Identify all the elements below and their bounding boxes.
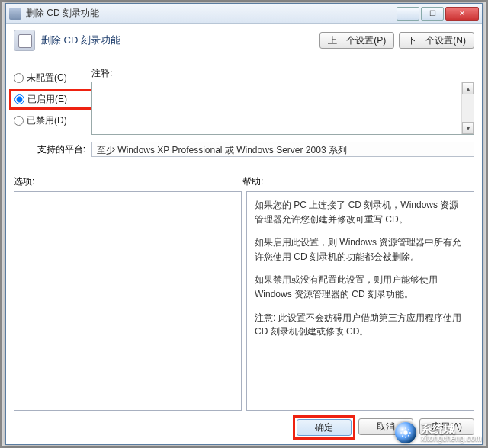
radio-not-configured-input[interactable] — [14, 73, 24, 83]
footer: 确定 取消 应用(A) — [14, 411, 474, 437]
radio-disabled-input[interactable] — [14, 116, 24, 126]
platform-label: 支持的平台: — [14, 143, 92, 156]
comment-textarea[interactable] — [92, 82, 474, 135]
apply-button[interactable]: 应用(A) — [419, 418, 474, 435]
prev-setting-button[interactable]: 上一个设置(P) — [319, 32, 394, 49]
help-p2: 如果启用此设置，则 Windows 资源管理器中所有允许您使用 CD 刻录机的功… — [255, 235, 466, 264]
comment-wrap: ▴ ▾ — [92, 82, 474, 137]
comment-label: 注释: — [92, 67, 474, 80]
radio-enabled-input[interactable] — [14, 94, 24, 104]
platform-row: 支持的平台: 至少 Windows XP Professional 或 Wind… — [14, 142, 474, 157]
options-pane — [14, 191, 242, 411]
radio-enabled-label: 已启用(E) — [27, 93, 67, 106]
comment-scrollbar[interactable]: ▴ ▾ — [461, 82, 474, 134]
section-labels: 选项: 帮助: — [14, 175, 474, 188]
options-label: 选项: — [14, 175, 242, 188]
ok-button[interactable]: 确定 — [297, 419, 352, 436]
help-label: 帮助: — [242, 175, 263, 188]
config-row: 未配置(C) 已启用(E) 已禁用(D) 注释: — [14, 67, 474, 137]
policy-title: 删除 CD 刻录功能 — [41, 34, 319, 47]
window-buttons: — ☐ ✕ — [395, 7, 479, 21]
next-setting-button[interactable]: 下一个设置(N) — [399, 32, 474, 49]
titlebar: 删除 CD 刻录功能 — ☐ ✕ — [6, 4, 482, 24]
help-p1: 如果您的 PC 上连接了 CD 刻录机，Windows 资源管理器允许您创建并修… — [255, 198, 466, 226]
help-p4: 注意: 此设置不会妨碍用户借助第三方应用程序使用 CD 刻录机创建或修改 CD。 — [255, 311, 466, 339]
policy-icon — [14, 30, 35, 51]
help-p3: 如果禁用或没有配置此设置，则用户能够使用 Windows 资源管理器的 CD 刻… — [255, 273, 466, 301]
highlight-enabled: 已启用(E) — [9, 89, 96, 110]
maximize-button[interactable]: ☐ — [421, 7, 444, 21]
minimize-button[interactable]: — — [396, 7, 419, 21]
scroll-up-icon[interactable]: ▴ — [462, 82, 474, 94]
dialog-window: 删除 CD 刻录功能 — ☐ ✕ 删除 CD 刻录功能 上一个设置(P) 下一个… — [5, 3, 483, 445]
radio-enabled[interactable]: 已启用(E) — [14, 93, 91, 106]
close-button[interactable]: ✕ — [445, 7, 479, 21]
content-area: 删除 CD 刻录功能 上一个设置(P) 下一个设置(N) 未配置(C) — [6, 24, 482, 444]
state-radios: 未配置(C) 已启用(E) 已禁用(D) — [14, 67, 92, 137]
window-title: 删除 CD 刻录功能 — [26, 7, 395, 20]
platform-value: 至少 Windows XP Professional 或 Windows Ser… — [92, 142, 474, 157]
outer-frame: 删除 CD 刻录功能 — ☐ ✕ 删除 CD 刻录功能 上一个设置(P) 下一个… — [0, 0, 488, 448]
divider — [14, 59, 474, 59]
radio-disabled[interactable]: 已禁用(D) — [14, 114, 92, 127]
comment-column: 注释: ▴ ▾ — [92, 67, 474, 137]
scroll-down-icon[interactable]: ▾ — [462, 122, 474, 134]
nav-buttons: 上一个设置(P) 下一个设置(N) — [319, 32, 474, 49]
radio-disabled-label: 已禁用(D) — [27, 114, 67, 127]
panes: 如果您的 PC 上连接了 CD 刻录机，Windows 资源管理器允许您创建并修… — [14, 191, 474, 411]
header-row: 删除 CD 刻录功能 上一个设置(P) 下一个设置(N) — [14, 30, 474, 51]
radio-not-configured[interactable]: 未配置(C) — [14, 72, 92, 85]
help-pane: 如果您的 PC 上连接了 CD 刻录机，Windows 资源管理器允许您创建并修… — [246, 191, 474, 411]
cancel-button[interactable]: 取消 — [358, 418, 413, 435]
highlight-ok: 确定 — [293, 415, 355, 440]
window-icon — [9, 8, 21, 20]
radio-not-configured-label: 未配置(C) — [27, 72, 67, 85]
